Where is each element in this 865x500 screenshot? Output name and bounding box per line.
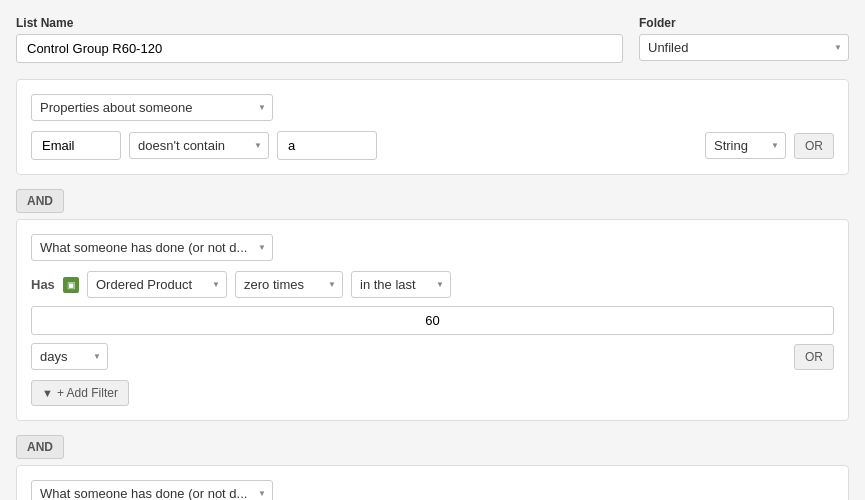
section-1-type-string-wrapper: String Number Date [705, 132, 786, 159]
section-2-event-wrapper: Ordered Product Viewed Page Clicked Emai… [87, 271, 227, 298]
section-1-or-button[interactable]: OR [794, 133, 834, 159]
section-1-card: Properties about someone What someone ha… [16, 79, 849, 175]
section-3-type-wrapper: What someone has done (or not d... Prope… [31, 480, 273, 500]
section-2-frequency-select[interactable]: zero times at least once exactly [235, 271, 343, 298]
section-1-type-row: Properties about someone What someone ha… [31, 94, 834, 121]
section-3-card: What someone has done (or not d... Prope… [16, 465, 849, 500]
list-name-label: List Name [16, 16, 623, 30]
section-3-type-row: What someone has done (or not d... Prope… [31, 480, 834, 500]
section-2-amount-input[interactable] [31, 306, 834, 335]
section-2-product-icon: ▣ [63, 277, 79, 293]
list-name-input[interactable] [16, 34, 623, 63]
section-1-type-select[interactable]: Properties about someone What someone ha… [31, 94, 273, 121]
section-2-has-label: Has [31, 277, 55, 292]
section-2-card: What someone has done (or not d... Prope… [16, 219, 849, 421]
folder-select[interactable]: Unfiled Campaigns Lists [639, 34, 849, 61]
section-3-type-select[interactable]: What someone has done (or not d... Prope… [31, 480, 273, 500]
section-2-add-filter-button[interactable]: ▼ + Add Filter [31, 380, 129, 406]
list-name-group: List Name [16, 16, 623, 63]
section-2-add-filter-label: + Add Filter [57, 386, 118, 400]
filter-icon: ▼ [42, 387, 53, 399]
section-1-string-select[interactable]: String Number Date [705, 132, 786, 159]
section-2-time-qualifier-select[interactable]: in the last between before after [351, 271, 451, 298]
section-2-event-select[interactable]: Ordered Product Viewed Page Clicked Emai… [87, 271, 227, 298]
section-2-unit-wrapper: days weeks months [31, 343, 108, 370]
section-2-type-wrapper: What someone has done (or not d... Prope… [31, 234, 273, 261]
folder-select-wrapper: Unfiled Campaigns Lists [639, 34, 849, 61]
folder-group: Folder Unfiled Campaigns Lists [639, 16, 849, 63]
section-2-frequency-wrapper: zero times at least once exactly [235, 271, 343, 298]
section-2-unit-select[interactable]: days weeks months [31, 343, 108, 370]
section-2-time-qualifier-wrapper: in the last between before after [351, 271, 451, 298]
section-1-condition-row: doesn't contain contains equals is empty… [31, 131, 834, 160]
section-1-field-input[interactable] [31, 131, 121, 160]
section-1-type-wrapper: Properties about someone What someone ha… [31, 94, 273, 121]
section-1-value-input[interactable] [277, 131, 377, 160]
section-1-operator-select[interactable]: doesn't contain contains equals is empty [129, 132, 269, 159]
section-2-type-row: What someone has done (or not d... Prope… [31, 234, 834, 261]
section-2-or-button[interactable]: OR [794, 344, 834, 370]
section-2-condition-row: Has ▣ Ordered Product Viewed Page Clicke… [31, 271, 834, 370]
section-2-type-select[interactable]: What someone has done (or not d... Prope… [31, 234, 273, 261]
and-divider-2: AND [16, 435, 64, 459]
top-row: List Name Folder Unfiled Campaigns Lists [16, 16, 849, 63]
and-divider-1: AND [16, 189, 64, 213]
section-1-operator-wrapper: doesn't contain contains equals is empty [129, 132, 269, 159]
folder-label: Folder [639, 16, 849, 30]
